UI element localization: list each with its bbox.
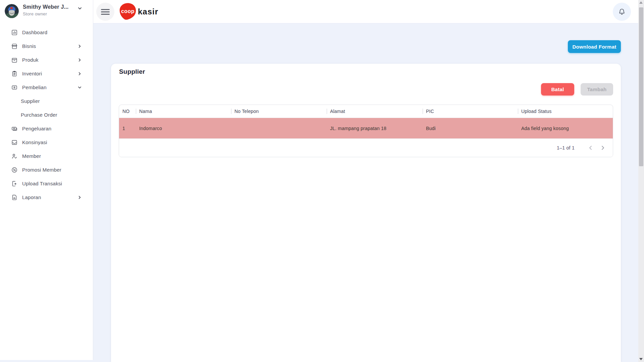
chevron-left-icon — [588, 145, 594, 151]
table-header-row: NO Nama No Telepon Alamat PIC Upload Sta… — [119, 105, 613, 118]
logo-blob: coop — [118, 2, 137, 21]
sidebar-item-label: Pembelian — [22, 84, 47, 90]
column-header-upload-status: Upload Status — [518, 109, 613, 114]
cell-pic: Budi — [423, 126, 518, 131]
store-icon — [11, 43, 18, 50]
app-root: { "user": { "name": "Smithy Weber J...",… — [0, 0, 644, 362]
supplier-card: Supplier Batal Tambah NO Nama No Telepon… — [111, 64, 621, 362]
sidebar-item-pembelian[interactable]: Pembelian — [0, 80, 93, 94]
clipboard-icon — [11, 70, 18, 77]
sidebar-item-label: Purchase Order — [21, 112, 57, 118]
user-name: Smithy Weber J... — [23, 4, 73, 10]
chevron-right-icon — [77, 58, 82, 62]
cell-no: 1 — [119, 126, 136, 131]
sidebar-item-label: Bisnis — [22, 43, 36, 49]
sidebar: Smithy Weber J... Store owner Dashboard … — [0, 0, 93, 360]
cash-icon — [11, 84, 18, 91]
sidebar-item-supplier[interactable]: Supplier — [0, 94, 93, 108]
dashboard-icon — [11, 29, 18, 36]
column-header-no: NO — [119, 109, 136, 114]
sidebar-menu: Dashboard Bisnis Produk Inventori — [0, 25, 93, 204]
chevron-right-icon — [600, 145, 606, 151]
column-header-pic: PIC — [423, 109, 518, 114]
table-pagination: 1–1 of 1 — [119, 139, 613, 157]
scrollbar-thumb[interactable] — [639, 7, 643, 166]
sidebar-item-produk[interactable]: Produk — [0, 53, 93, 67]
logo-text-kasir: kasir — [138, 7, 158, 16]
sidebar-item-member[interactable]: Member — [0, 149, 93, 163]
user-meta: Smithy Weber J... Store owner — [23, 4, 73, 16]
hamburger-icon — [101, 8, 110, 16]
banknote-icon — [11, 125, 18, 132]
pagination-next-button[interactable] — [597, 142, 609, 154]
notifications-button[interactable] — [613, 3, 631, 21]
percent-circle-icon — [11, 167, 18, 173]
topbar — [93, 0, 638, 23]
file-upload-icon — [11, 180, 18, 187]
cancel-button[interactable]: Batal — [541, 83, 574, 96]
page-title: Supplier — [119, 68, 145, 75]
sidebar-item-purchase-order[interactable]: Purchase Order — [0, 108, 93, 122]
chevron-right-icon — [77, 44, 82, 48]
column-header-no-telepon: No Telepon — [231, 109, 327, 114]
sidebar-item-label: Inventori — [22, 71, 42, 76]
hamburger-menu-button[interactable] — [96, 3, 114, 21]
chevron-down-icon — [77, 85, 82, 89]
bell-icon — [618, 8, 626, 16]
chevron-right-icon — [77, 195, 82, 199]
sidebar-item-label: Dashboard — [22, 29, 47, 35]
pagination-range-label: 1–1 of 1 — [557, 145, 575, 150]
sidebar-item-bisnis[interactable]: Bisnis — [0, 39, 93, 53]
person-check-icon — [11, 153, 18, 160]
sidebar-item-label: Pengeluaran — [22, 126, 51, 131]
sidebar-item-laporan[interactable]: Laporan — [0, 190, 93, 204]
sidebar-item-konsinyasi[interactable]: Konsinyasi — [0, 135, 93, 149]
sidebar-item-label: Supplier — [21, 98, 40, 104]
sidebar-item-label: Produk — [22, 57, 39, 63]
app-logo: coop kasir — [118, 0, 158, 23]
sidebar-item-inventori[interactable]: Inventori — [0, 67, 93, 80]
add-button[interactable]: Tambah — [581, 83, 613, 96]
user-menu[interactable]: Smithy Weber J... Store owner — [0, 0, 93, 24]
chevron-down-icon — [77, 6, 82, 11]
cell-alamat: JL. mampang prapatan 18 — [327, 126, 423, 131]
box-icon — [11, 57, 18, 63]
sidebar-item-label: Member — [22, 153, 41, 159]
sidebar-item-label: Promosi Member — [22, 167, 61, 173]
cell-upload-status: Ada field yang kosong — [518, 126, 613, 131]
sidebar-item-promosi-member[interactable]: Promosi Member — [0, 163, 93, 177]
user-role: Store owner — [23, 11, 73, 16]
sidebar-item-upload-transaksi[interactable]: Upload Transaksi — [0, 177, 93, 190]
vertical-scrollbar[interactable] — [638, 0, 644, 362]
avatar — [5, 4, 19, 18]
scroll-up-arrow-icon[interactable] — [639, 1, 643, 4]
sidebar-item-pengeluaran[interactable]: Pengeluaran — [0, 122, 93, 135]
download-format-button[interactable]: Download Format — [568, 40, 621, 53]
pagination-prev-button[interactable] — [585, 142, 597, 154]
logo-text-coop: coop — [121, 8, 135, 14]
report-file-icon — [11, 194, 18, 201]
table-row[interactable]: 1 Indomarco JL. mampang prapatan 18 Budi… — [119, 118, 613, 139]
supplier-table: NO Nama No Telepon Alamat PIC Upload Sta… — [119, 105, 613, 157]
sidebar-item-label: Laporan — [22, 194, 41, 200]
column-header-alamat: Alamat — [327, 109, 423, 114]
scroll-down-arrow-icon[interactable] — [639, 358, 643, 360]
column-header-nama: Nama — [136, 109, 231, 114]
sidebar-item-label: Konsinyasi — [22, 139, 47, 145]
sidebar-item-dashboard[interactable]: Dashboard — [0, 25, 93, 39]
sidebar-item-label: Upload Transaksi — [22, 181, 62, 186]
inbox-icon — [11, 139, 18, 146]
chevron-right-icon — [77, 71, 82, 76]
cell-nama: Indomarco — [136, 126, 231, 131]
